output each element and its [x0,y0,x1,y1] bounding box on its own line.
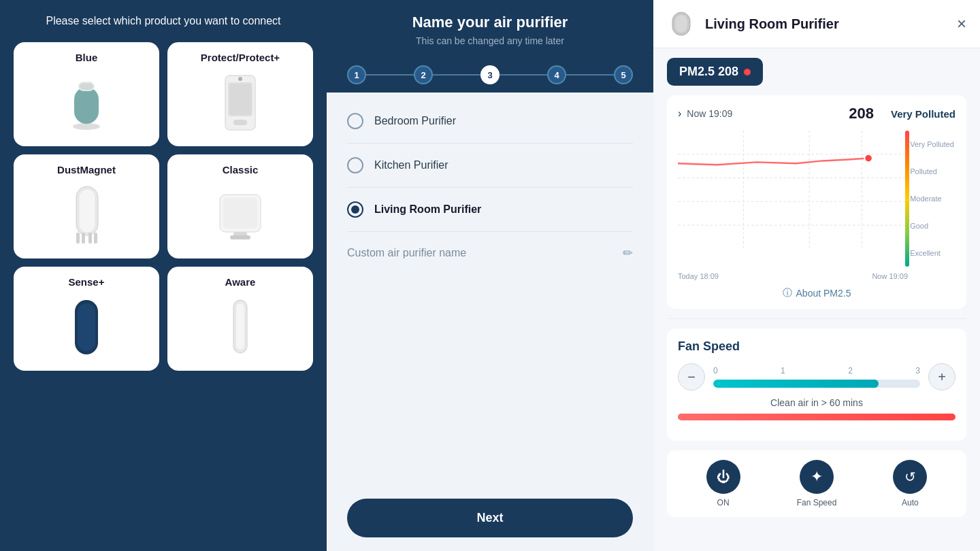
svg-rect-7 [233,120,247,125]
chart-labels: Very Polluted Polluted Moderate Good Exc… [910,131,956,267]
svg-rect-1 [74,87,99,124]
product-senseplus-title: Sense+ [69,276,105,288]
fan-bar-bg[interactable] [713,380,920,388]
close-button[interactable]: × [957,14,966,33]
left-header-text: Please select which product you want to … [46,15,280,27]
option-bedroom[interactable]: Bedroom Purifier [347,99,633,144]
right-panel: Living Room Purifier × PM2.5 208 › Now 1… [653,0,980,551]
pm-badge: PM2.5 208 [667,58,763,86]
product-aware-image [213,293,267,361]
svg-rect-10 [79,189,95,233]
option-custom[interactable]: Custom air purifier name ✏ [347,232,633,274]
label-very-polluted: Very Polluted [910,140,954,148]
fan-title: Fan Speed [678,339,956,354]
svg-rect-18 [230,235,250,239]
fanspeed-label: Fan Speed [797,498,837,507]
radio-bedroom-label: Bedroom Purifier [374,115,456,127]
product-card-protect[interactable]: Protect/Protect+ [167,42,313,146]
about-pm[interactable]: ⓘ About PM2.5 [678,287,956,299]
option-kitchen[interactable]: Kitchen Purifier [347,144,633,188]
dustmagnet-purifier-icon [68,181,105,249]
aq-row: › Now 19:09 208 Very Polluted [678,105,956,122]
divider [667,318,966,319]
radio-kitchen[interactable] [347,157,363,173]
step-line-4 [566,74,614,76]
fan-decrease-button[interactable]: − [678,363,705,390]
fan-bar-fill [713,380,879,388]
fanspeed-icon: ✦ [800,460,834,494]
color-bar [905,131,909,267]
bottom-controls: ⏻ ON ✦ Fan Speed ↺ Auto [667,450,966,517]
right-header: Living Room Purifier × [653,0,980,48]
product-blue-title: Blue [76,52,98,63]
aq-value: 208 [849,105,874,122]
aq-status: Very Polluted [891,108,956,120]
product-card-classic[interactable]: Classic [167,154,313,258]
clean-air-text: Clean air in > 60 mins [678,397,956,408]
step-line-3 [500,74,547,76]
device-thumbnail [667,10,696,38]
fan-increase-button[interactable]: + [928,363,956,390]
fanspeed-button[interactable]: ✦ Fan Speed [797,460,837,507]
power-button[interactable]: ⏻ ON [706,460,740,507]
fan-control: − 0 1 2 3 + [678,363,956,390]
svg-rect-20 [78,303,95,351]
pm-value: PM2.5 208 [679,65,738,79]
product-card-senseplus[interactable]: Sense+ [14,267,159,371]
label-good: Good [910,222,954,230]
next-button[interactable]: Next [347,499,633,537]
fan-scale-3: 3 [915,366,920,375]
edit-icon[interactable]: ✏ [623,246,633,261]
step-2[interactable]: 2 [414,65,433,84]
product-card-blue[interactable]: Blue [14,42,159,146]
product-card-dustmagnet[interactable]: DustMagnet [14,154,159,258]
fan-scale: 0 1 2 3 [713,366,920,375]
product-aware-title: Aware [225,276,256,288]
svg-point-0 [73,123,100,130]
aq-chevron-icon: › [678,107,681,120]
svg-point-8 [238,77,242,81]
fan-slider-area: 0 1 2 3 [713,366,920,388]
step-1[interactable]: 1 [347,65,366,84]
option-living[interactable]: Living Room Purifier [347,188,633,232]
radio-living-inner [351,205,359,214]
svg-rect-24 [675,15,687,33]
radio-living-label: Living Room Purifier [374,203,481,216]
product-card-aware[interactable]: Aware [167,267,313,371]
step-5[interactable]: 5 [614,65,633,84]
pm-dot [744,69,751,76]
svg-rect-11 [76,233,80,244]
chart-x-labels: Today 18:09 Now 19:09 [678,272,956,280]
chart-svg [678,131,908,249]
label-moderate: Moderate [910,195,954,203]
blue-purifier-icon [66,75,107,131]
aq-time: Now 19:09 [687,108,843,119]
product-protect-title: Protect/Protect+ [201,52,280,63]
product-classic-image [213,181,267,249]
auto-button[interactable]: ↺ Auto [893,460,927,507]
svg-point-32 [864,154,872,163]
aware-purifier-icon [227,297,254,358]
product-grid: Blue Protect/Protect+ [14,42,313,371]
steps-bar: 1 2 3 4 5 [327,57,653,93]
svg-rect-22 [236,303,244,350]
auto-icon: ↺ [893,460,927,494]
label-polluted: Polluted [910,167,954,176]
chart-area: Very Polluted Polluted Moderate Good Exc… [678,131,956,267]
step-line-2 [433,74,480,76]
about-pm-text: About PM2.5 [796,288,851,299]
radio-living[interactable] [347,201,363,218]
step-4[interactable]: 4 [547,65,566,84]
radio-bedroom[interactable] [347,113,363,129]
device-name: Living Room Purifier [705,16,947,32]
step-3[interactable]: 3 [480,65,500,84]
svg-rect-3 [80,83,93,90]
next-btn-area: Next [327,488,653,551]
svg-rect-6 [229,84,251,115]
power-label: ON [717,498,730,507]
svg-rect-16 [223,198,257,229]
label-excellent: Excellent [910,249,954,257]
product-classic-title: Classic [223,164,259,176]
clean-air-bar [678,414,956,420]
x-label-end: Now 19:09 [872,272,908,280]
